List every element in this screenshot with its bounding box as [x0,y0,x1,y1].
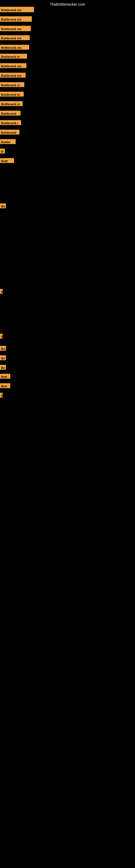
bar-item: Bottler [0,139,16,144]
bar-item: Bottleneck re [0,54,27,59]
bar-item: Bottleneck res [0,35,30,40]
bar-item: Bottleneck [0,111,20,116]
bar-item: Bo [0,346,6,351]
bar-item: B [0,334,3,339]
bar-item: Bottleneck re [0,82,24,87]
bar-item: Bottleneck res [0,16,32,22]
bar-item: Bottleneck res [0,26,31,31]
bar-item: Bottl [0,158,14,163]
bar-item: Bottleneck [0,130,19,134]
bar-item: B [0,149,5,154]
bar-item: Bottleneck res [0,63,27,68]
bar-item: Bott [0,383,10,388]
bar-item: B [0,393,3,398]
bar-item: Bo [0,355,6,360]
bar-item: B [0,289,3,294]
bar-item: Bottleneck r [0,120,21,125]
bar-item: Bottleneck res [0,7,34,12]
bar-item: Bottleneck res [0,45,29,50]
bar-item: Bo [0,204,6,208]
bar-item: Bottleneck res [0,73,26,78]
bar-item: Bott [0,374,10,379]
bar-item: Bo [0,365,6,370]
bar-item: Bottleneck re [0,101,23,106]
bar-item: Bottleneck re [0,92,24,97]
